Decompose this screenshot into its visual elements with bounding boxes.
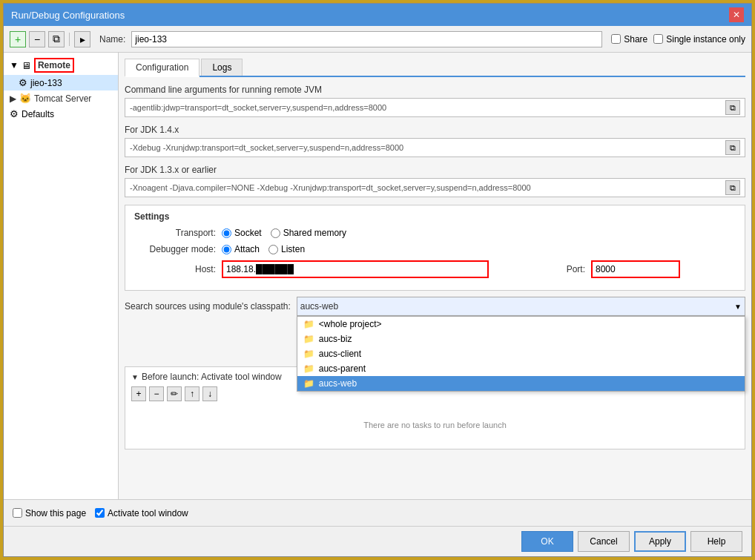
- jdk14-copy-button[interactable]: ⧉: [725, 140, 740, 155]
- jdk13-box: -Xnoagent -Djava.compiler=NONE -Xdebug -…: [125, 178, 745, 197]
- bottom-row: Show this page Activate tool window: [4, 499, 751, 526]
- activate-tool-label[interactable]: Activate tool window: [95, 508, 188, 518]
- sidebar-item-remote[interactable]: ▼ 🖥 Remote: [4, 56, 118, 75]
- module-dropdown-list: 📁 <whole project> 📁 aucs-biz 📁 aucs-clie…: [297, 316, 745, 392]
- bl-down-button[interactable]: ↓: [202, 386, 217, 401]
- tab-configuration[interactable]: Configuration: [125, 59, 200, 77]
- main-window: Run/Debug Configurations ✕ + − ⧉ ▸ Name:…: [3, 3, 752, 557]
- folder-icon-biz: 📁: [303, 334, 314, 344]
- share-area: Share Single instance only: [611, 34, 745, 45]
- close-button[interactable]: ✕: [729, 7, 744, 22]
- host-label: Host:: [134, 264, 216, 274]
- transport-row: Transport: Socket Shared memory: [134, 228, 736, 238]
- shared-radio-input[interactable]: [271, 228, 280, 238]
- folder-icon-client: 📁: [303, 349, 314, 359]
- host-port-row: Host: Port:: [134, 260, 736, 278]
- single-instance-checkbox[interactable]: [653, 34, 663, 44]
- socket-radio-input[interactable]: [222, 228, 231, 238]
- toolbar: + − ⧉ ▸ Name: Share Single instance only: [4, 26, 751, 53]
- dropdown-item-aucs-client[interactable]: 📁 aucs-client: [297, 346, 745, 361]
- listen-radio-input[interactable]: [268, 245, 278, 254]
- expand-icon: ▶: [10, 93, 16, 104]
- transport-shared-radio[interactable]: Shared memory: [271, 228, 346, 238]
- activate-tool-checkbox[interactable]: [95, 508, 105, 518]
- folder-icon-web: 📁: [303, 378, 314, 389]
- dropdown-item-aucs-web[interactable]: 📁 aucs-web: [297, 376, 745, 391]
- tomcat-label: Tomcat Server: [34, 93, 91, 104]
- debugger-row: Debugger mode: Attach Listen: [134, 244, 736, 254]
- jdk13-copy-button[interactable]: ⧉: [725, 180, 740, 195]
- transport-radio-group: Socket Shared memory: [222, 228, 346, 238]
- settings-group: Settings Transport: Socket Shared memory: [125, 205, 745, 291]
- jdk14-text: -Xdebug -Xrunjdwp:transport=dt_socket,se…: [130, 143, 722, 152]
- debugger-label: Debugger mode:: [134, 244, 216, 254]
- aucs-web-label: aucs-web: [319, 378, 357, 389]
- jieo133-label: jieo-133: [30, 78, 62, 88]
- dropdown-item-whole-project[interactable]: 📁 <whole project>: [297, 317, 745, 332]
- sidebar-item-tomcat[interactable]: ▶ 🐱 Tomcat Server: [4, 90, 118, 106]
- add-config-button[interactable]: +: [10, 31, 26, 47]
- whole-project-label: <whole project>: [319, 319, 382, 329]
- sidebar-item-defaults[interactable]: ⚙ Defaults: [4, 106, 118, 122]
- dropdown-item-aucs-biz[interactable]: 📁 aucs-biz: [297, 332, 745, 346]
- jdk14-label: For JDK 1.4.x: [125, 125, 745, 135]
- cmd-copy-button[interactable]: ⧉: [725, 100, 740, 115]
- debugger-radio-group: Attach Listen: [222, 244, 305, 254]
- bl-remove-button[interactable]: −: [149, 386, 164, 401]
- jdk13-text: -Xnoagent -Djava.compiler=NONE -Xdebug -…: [130, 183, 722, 192]
- tab-logs[interactable]: Logs: [201, 59, 243, 76]
- remove-config-button[interactable]: −: [29, 31, 45, 47]
- bl-up-button[interactable]: ↑: [185, 386, 200, 401]
- cmd-box: -agentlib:jdwp=transport=dt_socket,serve…: [125, 98, 745, 117]
- dropdown-arrow-icon: ▼: [734, 303, 742, 311]
- shared-label: Shared memory: [283, 228, 346, 238]
- show-page-checkbox[interactable]: [13, 508, 22, 518]
- cancel-button[interactable]: Cancel: [578, 531, 630, 552]
- port-label: Port:: [504, 264, 585, 274]
- cmd-label: Command line arguments for running remot…: [125, 85, 745, 95]
- folder-icon-parent: 📁: [303, 363, 314, 374]
- dropdown-item-aucs-parent[interactable]: 📁 aucs-parent: [297, 361, 745, 376]
- move-button[interactable]: ▸: [74, 31, 90, 47]
- folder-icon: 📁: [303, 319, 314, 329]
- tomcat-icon: 🐱: [19, 93, 31, 104]
- module-dropdown[interactable]: aucs-web ▼: [297, 297, 745, 316]
- share-checkbox-label[interactable]: Share: [611, 34, 647, 45]
- debugger-listen-radio[interactable]: Listen: [268, 244, 305, 254]
- aucs-biz-label: aucs-biz: [319, 334, 352, 344]
- jdk13-label: For JDK 1.3.x or earlier: [125, 165, 745, 175]
- cmd-text: -agentlib:jdwp=transport=dt_socket,serve…: [130, 103, 722, 112]
- help-button[interactable]: Help: [690, 531, 742, 552]
- module-dropdown-container: aucs-web ▼ 📁 <whole project> 📁 aucs-biz: [297, 297, 745, 316]
- module-row: Search sources using module's classpath:…: [125, 297, 745, 316]
- show-page-label[interactable]: Show this page: [13, 508, 86, 518]
- sidebar: ▼ 🖥 Remote ⚙ jieo-133 ▶ 🐱 Tomcat Server …: [4, 53, 119, 499]
- window-title: Run/Debug Configurations: [11, 10, 125, 21]
- debugger-attach-radio[interactable]: Attach: [222, 244, 260, 254]
- bl-add-button[interactable]: +: [131, 386, 146, 401]
- apply-button[interactable]: Apply: [634, 531, 686, 552]
- transport-socket-radio[interactable]: Socket: [222, 228, 262, 238]
- aucs-parent-label: aucs-parent: [319, 363, 366, 374]
- jdk13-section: For JDK 1.3.x or earlier -Xnoagent -Djav…: [125, 165, 745, 197]
- sidebar-item-jieo133[interactable]: ⚙ jieo-133: [4, 75, 118, 90]
- single-instance-checkbox-label[interactable]: Single instance only: [653, 34, 745, 45]
- tab-bar: Configuration Logs: [125, 59, 745, 77]
- main-content: ▼ 🖥 Remote ⚙ jieo-133 ▶ 🐱 Tomcat Server …: [4, 53, 751, 499]
- share-checkbox[interactable]: [611, 34, 621, 44]
- name-input[interactable]: [131, 31, 602, 47]
- module-label: Search sources using module's classpath:: [125, 301, 291, 312]
- aucs-client-label: aucs-client: [319, 349, 361, 359]
- host-input[interactable]: [222, 260, 489, 278]
- activate-tool-text: Activate tool window: [108, 508, 188, 518]
- jdk14-section: For JDK 1.4.x -Xdebug -Xrunjdwp:transpor…: [125, 125, 745, 157]
- bl-edit-button[interactable]: ✏: [167, 386, 182, 401]
- ok-button[interactable]: OK: [521, 531, 573, 552]
- button-row: OK Cancel Apply Help: [4, 526, 751, 556]
- settings-title: Settings: [134, 211, 736, 222]
- defaults-icon: ⚙: [10, 108, 19, 119]
- port-input[interactable]: [591, 260, 680, 278]
- title-bar: Run/Debug Configurations ✕: [4, 4, 751, 26]
- copy-config-button[interactable]: ⧉: [48, 31, 65, 47]
- attach-radio-input[interactable]: [222, 245, 231, 254]
